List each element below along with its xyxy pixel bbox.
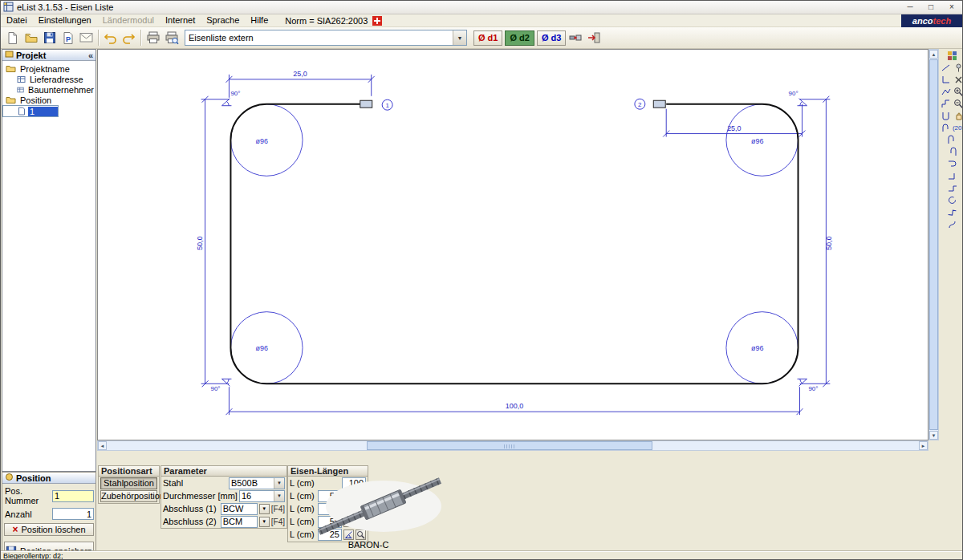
corner-tool-icon[interactable] <box>941 75 951 85</box>
open-folder-icon[interactable] <box>22 29 40 47</box>
scroll-up-icon[interactable]: ▲ <box>929 50 938 59</box>
abschluss1-dropdown-icon[interactable]: ▼ <box>259 504 270 514</box>
abschluss1-input[interactable] <box>221 503 258 515</box>
close-icon[interactable] <box>953 75 963 85</box>
list-type-select[interactable]: Eisenliste extern ▼ <box>185 30 467 46</box>
tree-item-lieferadresse[interactable]: Lieferadresse <box>2 74 95 84</box>
collapse-panel-button[interactable]: « <box>88 51 93 60</box>
menu-sprache[interactable]: Sprache <box>201 14 245 26</box>
pin-icon[interactable] <box>953 63 963 73</box>
length-lookup-icon[interactable] <box>356 530 366 540</box>
vertical-scrollbar[interactable]: ▲ ▼ <box>928 49 939 440</box>
chevron-down-icon[interactable]: ▼ <box>453 30 466 45</box>
shape-palette-icon[interactable] <box>947 51 957 61</box>
tree-item-position[interactable]: Position <box>2 95 95 105</box>
bend-u-icon[interactable] <box>947 135 957 145</box>
line-tool-icon[interactable] <box>941 63 951 73</box>
diameter-d1-button[interactable]: Ø d1 <box>473 30 502 46</box>
tree-item-projektname[interactable]: Projektname <box>2 63 95 74</box>
scroll-left-icon[interactable]: ◄ <box>98 441 107 450</box>
stahl-select[interactable]: B500B ▼ <box>229 477 285 489</box>
diameter-d3-button[interactable]: Ø d3 <box>537 30 566 46</box>
anzahl-input[interactable] <box>52 508 94 520</box>
scroll-right-icon[interactable]: ► <box>919 441 928 450</box>
exit-icon[interactable] <box>584 29 603 47</box>
export-page-icon[interactable]: P <box>59 29 77 47</box>
coupler-icon[interactable] <box>566 29 584 47</box>
abschluss2-input[interactable] <box>221 516 258 528</box>
chevron-down-icon[interactable]: ▼ <box>274 478 284 489</box>
diameter-d2-button[interactable]: Ø d2 <box>505 30 534 46</box>
bend-hook-icon[interactable] <box>947 147 957 157</box>
tree-label: Projektname <box>18 64 71 74</box>
horizontal-scrollbar[interactable]: ◄ ► <box>97 440 928 451</box>
maximize-button[interactable]: □ <box>920 1 941 14</box>
redo-icon[interactable] <box>120 29 138 47</box>
length-lookup-icon[interactable] <box>356 504 366 514</box>
stahlposition-button[interactable]: Stahlposition <box>100 477 157 489</box>
bend-p-icon[interactable] <box>947 159 957 169</box>
print-icon[interactable] <box>144 29 162 47</box>
anzahl-label: Anzahl <box>5 509 52 519</box>
durchmesser-select[interactable]: 16 ▼ <box>239 490 285 502</box>
svg-text:P: P <box>66 34 71 43</box>
length-input-2[interactable] <box>318 490 342 502</box>
angle-edit-icon[interactable] <box>343 517 354 527</box>
chevron-down-icon[interactable]: ▼ <box>274 491 284 501</box>
pos-nummer-input[interactable] <box>52 490 94 502</box>
zoom-out-icon[interactable] <box>953 99 963 109</box>
length-input-4[interactable] <box>318 516 342 528</box>
bend-z-icon[interactable] <box>947 207 957 217</box>
pan-hand-icon[interactable] <box>953 111 963 121</box>
bend-step-icon[interactable] <box>947 183 957 193</box>
hook-tool-icon[interactable] <box>941 123 951 133</box>
scroll-down-icon[interactable]: ▼ <box>929 431 938 440</box>
horizontal-scroll-thumb[interactable] <box>367 441 652 450</box>
end-terminators <box>360 100 665 108</box>
angle-edit-icon[interactable] <box>343 491 354 501</box>
vertical-scroll-thumb[interactable] <box>929 59 938 430</box>
zoom-in-icon[interactable] <box>953 87 963 97</box>
statusbar: Biegerollentyp: d2; <box>1 551 962 559</box>
bend-s-icon[interactable] <box>947 219 957 229</box>
length-lookup-icon[interactable] <box>356 517 366 527</box>
print-preview-icon[interactable] <box>162 29 181 47</box>
toolbar-separator <box>140 30 141 46</box>
s-shape-tool-icon[interactable] <box>941 99 951 109</box>
polyline-tool-icon[interactable] <box>941 87 951 97</box>
delete-x-icon: × <box>12 524 18 535</box>
save-icon[interactable] <box>40 29 59 47</box>
length-input-1[interactable] <box>342 477 366 489</box>
angle-edit-icon[interactable] <box>343 530 354 540</box>
length-input-3[interactable] <box>318 503 342 515</box>
drawing-canvas[interactable]: 90° 90° 90° 90° 25,0 25,0 100,0 50,0 50,… <box>97 49 928 440</box>
length-label: L (cm) <box>290 478 340 488</box>
bend-l-icon[interactable] <box>947 171 957 181</box>
zubehoerposition-button[interactable]: Zubehörposition <box>100 490 157 502</box>
menu-internet[interactable]: Internet <box>160 14 201 26</box>
menu-hilfe[interactable]: Hilfe <box>245 14 274 26</box>
project-panel: Projekt « Projektname Lieferadresse Bauu… <box>2 49 96 472</box>
position-icon <box>5 473 14 483</box>
menu-einstellungen[interactable]: Einstellungen <box>33 14 97 26</box>
abschluss2-dropdown-icon[interactable]: ▼ <box>259 517 270 527</box>
u-shape-tool-icon[interactable] <box>941 111 951 121</box>
close-button[interactable]: × <box>941 1 962 14</box>
length-input-5[interactable] <box>318 529 342 541</box>
swiss-flag-icon <box>372 16 382 26</box>
svg-text:50,0: 50,0 <box>825 236 833 250</box>
new-document-icon[interactable] <box>3 29 22 47</box>
angle-edit-icon[interactable] <box>343 504 354 514</box>
length-lookup-icon[interactable] <box>356 491 366 501</box>
svg-text:90°: 90° <box>789 90 798 97</box>
tree-item-bauunternehmer[interactable]: Bauunternehmer <box>2 84 95 95</box>
drawing-toolstrip: (20) <box>940 49 963 290</box>
menu-datei[interactable]: Datei <box>1 14 33 26</box>
minimize-button[interactable]: ─ <box>900 1 920 14</box>
undo-icon[interactable] <box>101 29 120 47</box>
abschluss2-f4-hint: [F4] <box>271 517 285 526</box>
bend-ring-icon[interactable] <box>947 195 957 205</box>
tree-item-position-1[interactable]: 1 <box>2 105 59 117</box>
position-delete-button[interactable]: × Position löschen <box>4 523 94 536</box>
email-icon[interactable] <box>77 29 95 47</box>
